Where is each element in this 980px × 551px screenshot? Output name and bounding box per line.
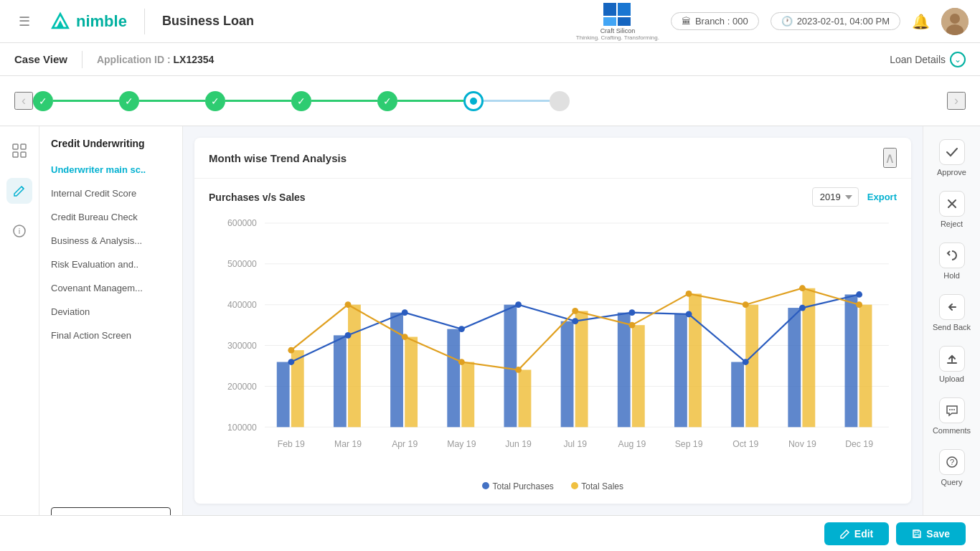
query-button[interactable]: ? Query [927,443,977,492]
time-button[interactable]: 🕐 2023-02-01, 04:00 PM [771,12,900,30]
step-document-verification[interactable]: ✓ DocumentVerification [119,91,205,111]
nav-item-final-action[interactable]: Final Action Screen [39,324,182,347]
app-title: Business Loan [162,14,254,29]
header-divider [144,9,145,34]
chart-subtitle: Purchases v/s Sales [209,192,804,203]
stepper-prev-button[interactable]: ‹ [14,92,33,110]
year-select[interactable]: 2019 2018 2017 2020 [812,187,859,207]
notification-button[interactable]: 🔔 [912,13,930,30]
save-btn-icon [912,529,922,539]
svg-rect-32 [405,337,418,428]
nav-item-covenant[interactable]: Covenant Managem... [39,276,182,300]
step-circle-7 [550,91,570,111]
send-back-button[interactable]: Send Back [927,288,977,337]
svg-rect-2 [603,3,616,16]
chart-collapse-button[interactable]: ∧ [883,148,897,168]
nav-item-risk-evaluation[interactable]: Risk Evaluation and.. [39,253,182,276]
svg-text:Dec 19: Dec 19 [845,439,873,449]
sidebar-edit-button[interactable] [6,178,32,204]
loan-details-icon: ⌄ [950,52,966,67]
step-collateral-evaluation[interactable]: ✓ CollateralEvaluation [377,91,463,111]
craft-logo: Craft Silicon Thinking. Crafting. Transf… [576,1,659,41]
svg-rect-41 [674,314,687,428]
sidebar-info-button[interactable]: i [6,218,32,244]
main-content: Month wise Trend Analysis ∧ Purchases v/… [183,126,923,551]
avatar[interactable] [941,8,969,35]
query-icon: ? [939,449,965,475]
svg-rect-37 [561,321,574,428]
nav-item-credit-bureau[interactable]: Credit Bureau Check [39,205,182,229]
svg-text:Oct 19: Oct 19 [732,439,758,449]
step-line-1 [53,100,119,102]
step-loan-application[interactable]: ✓ Loan ApplicationInitiation [33,91,119,111]
svg-point-62 [402,334,408,340]
export-button[interactable]: Export [867,192,897,202]
comments-button[interactable]: Comments [927,392,977,441]
svg-rect-9 [13,144,18,149]
upload-button[interactable]: Upload [927,340,977,389]
svg-rect-3 [618,3,631,16]
step-credit-underwriting[interactable]: CreditUnderwritng [463,91,550,111]
stepper-next-button[interactable]: › [947,92,966,110]
svg-point-64 [515,367,522,373]
nav-item-underwriter[interactable]: Underwriter main sc.. [39,158,182,182]
svg-point-68 [743,301,749,308]
step-personal-discussion[interactable]: ✓ PersonalDiscussion [291,91,377,111]
stepper: ✓ Loan ApplicationInitiation ✓ DocumentV… [33,91,947,111]
grid-icon [12,143,27,158]
svg-rect-30 [348,305,361,428]
svg-text:500000: 500000 [227,259,257,269]
main-layout: i Credit Underwriting Underwriter main s… [0,126,980,551]
nav-item-deviation[interactable]: Deviation [39,300,182,324]
legend-sales: Total Sales [571,479,623,492]
case-view-title: Case View [14,53,67,65]
svg-rect-12 [21,152,26,157]
step-circle-6 [463,91,484,111]
reject-icon [939,191,965,217]
step-line-2 [139,100,205,102]
edit-icon [12,184,27,198]
hold-button[interactable]: Hold [927,237,977,286]
nav-item-internal-credit[interactable]: Internal Credit Score [39,182,182,205]
svg-rect-34 [461,362,474,428]
save-btn-label: Save [926,528,950,540]
send-back-label: Send Back [933,323,971,331]
upload-icon [939,346,965,372]
step-line-5 [397,100,463,102]
nav-sidebar: Credit Underwriting Underwriter main sc.… [39,126,183,551]
approve-button[interactable]: Approve [927,133,977,182]
svg-point-66 [628,322,635,329]
save-button[interactable]: Save [896,522,966,545]
application-id: Application ID : LX12354 [97,54,214,65]
purchases-label: Total Purchases [492,481,553,491]
hamburger-button[interactable]: ☰ [11,9,37,34]
svg-text:Apr 19: Apr 19 [392,439,418,449]
step-circle-5: ✓ [377,91,397,111]
loan-details-link[interactable]: Loan Details ⌄ [890,52,966,67]
clock-icon: 🕐 [781,16,793,27]
svg-rect-11 [13,152,18,157]
step-final-loan-approval[interactable]: Final LoanApproval [550,91,636,111]
edit-button[interactable]: Edit [824,522,889,545]
svg-rect-4 [603,17,616,26]
svg-rect-33 [447,329,460,428]
branch-button[interactable]: 🏛 Branch : 000 [671,12,759,30]
svg-point-60 [288,347,294,354]
svg-point-49 [288,359,294,365]
svg-point-67 [686,291,692,297]
svg-rect-39 [618,313,631,428]
comments-label: Comments [933,426,971,435]
svg-point-69 [799,285,806,291]
nav-item-business-analysis[interactable]: Business & Analysis... [39,229,182,253]
query-label: Query [941,478,963,486]
sales-label: Total Sales [581,481,623,491]
time-label: 2023-02-01, 04:00 PM [797,16,890,27]
sub-divider [82,51,83,68]
edit-btn-icon [840,529,850,539]
step-data-enrichment[interactable]: ✓ DataEnrichment [205,91,291,111]
reject-label: Reject [941,220,963,228]
svg-text:600000: 600000 [227,218,257,228]
reject-button[interactable]: Reject [927,185,977,234]
svg-text:May 19: May 19 [447,439,476,449]
sidebar-grid-button[interactable] [6,138,32,164]
